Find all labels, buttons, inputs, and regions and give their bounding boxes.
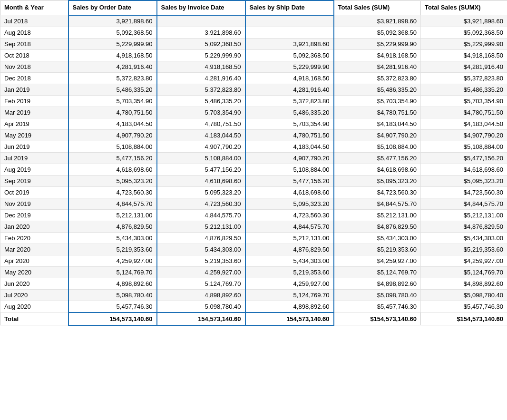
cell-sum: $5,092,368.50 [334,27,421,38]
cell-sumx: $5,434,303.00 [421,232,507,244]
table-row: Nov 20194,844,575.704,723,560.305,095,32… [0,198,507,209]
cell-ship: 4,907,790.20 [245,152,334,164]
cell-invoice: 4,723,560.30 [157,198,245,209]
cell-sum: $5,434,303.00 [334,232,421,244]
cell-ship: 5,477,156.20 [245,175,334,186]
cell-order: 5,212,131.00 [68,209,157,221]
cell-order: 4,907,790.20 [68,129,157,141]
cell-ship: 5,095,323.20 [245,198,334,209]
cell-order: 4,918,168.50 [68,49,157,61]
cell-sum: $4,780,751.50 [334,107,421,118]
table-row: May 20194,907,790.204,183,044.504,780,75… [0,129,507,141]
cell-month: Jul 2019 [0,152,68,164]
cell-sum: $4,618,698.60 [334,164,421,175]
cell-month: Mar 2020 [0,244,68,255]
cell-month: May 2019 [0,129,68,141]
cell-invoice: 5,092,368.50 [157,38,245,49]
table-row: Jan 20195,486,335.205,372,823.804,281,91… [0,84,507,95]
cell-sum: $4,259,927.00 [334,255,421,266]
table-row: Aug 20205,457,746.305,098,780.404,898,89… [0,301,507,313]
footer-cell-sumx: $154,573,140.60 [421,313,507,325]
cell-sumx: $5,098,780.40 [421,289,507,301]
cell-sum: $5,098,780.40 [334,289,421,301]
cell-sumx: $4,780,751.50 [421,107,507,118]
cell-month: Jan 2019 [0,84,68,95]
cell-order: 5,477,156.20 [68,152,157,164]
cell-sumx: $5,477,156.20 [421,152,507,164]
table-row: Jul 20183,921,898.60$3,921,898.60$3,921,… [0,15,507,27]
cell-ship: 5,124,769.70 [245,289,334,301]
cell-month: Oct 2018 [0,49,68,61]
cell-invoice: 4,183,044.50 [157,129,245,141]
cell-sumx: $4,918,168.50 [421,49,507,61]
cell-ship: 5,092,368.50 [245,49,334,61]
cell-order: 5,486,335.20 [68,84,157,95]
cell-invoice: 5,098,780.40 [157,301,245,313]
cell-ship: 3,921,898.60 [245,38,334,49]
column-header-order: Sales by Order Date [68,0,157,15]
cell-sumx: $4,907,790.20 [421,129,507,141]
cell-sum: $5,477,156.20 [334,152,421,164]
cell-ship: 4,618,698.60 [245,186,334,198]
sales-table-container: Month & YearSales by Order DateSales by … [0,0,507,326]
table-row: May 20205,124,769.704,259,927.005,219,35… [0,266,507,278]
cell-ship: 5,229,999.90 [245,61,334,72]
cell-month: Sep 2018 [0,38,68,49]
cell-sum: $5,703,354.90 [334,95,421,107]
cell-ship: 5,108,884.00 [245,164,334,175]
cell-sumx: $5,124,769.70 [421,266,507,278]
table-row: Apr 20204,259,927.005,219,353.605,434,30… [0,255,507,266]
cell-sumx: $5,108,884.00 [421,141,507,152]
cell-month: Apr 2019 [0,118,68,129]
cell-order: 4,844,575.70 [68,198,157,209]
cell-order: 5,092,368.50 [68,27,157,38]
cell-month: Feb 2019 [0,95,68,107]
cell-month: Jun 2020 [0,278,68,289]
cell-order: 3,921,898.60 [68,15,157,27]
cell-invoice: 5,434,303.00 [157,244,245,255]
cell-order: 4,780,751.50 [68,107,157,118]
cell-ship: 4,723,560.30 [245,209,334,221]
table-row: Jul 20195,477,156.205,108,884.004,907,79… [0,152,507,164]
cell-sumx: $5,095,323.20 [421,175,507,186]
footer-cell-invoice: 154,573,140.60 [157,313,245,325]
table-row: Feb 20195,703,354.905,486,335.205,372,82… [0,95,507,107]
cell-ship: 5,372,823.80 [245,95,334,107]
cell-ship: 5,486,335.20 [245,107,334,118]
table-row: Jan 20204,876,829.505,212,131.004,844,57… [0,221,507,232]
table-row: Aug 20185,092,368.503,921,898.60$5,092,3… [0,27,507,38]
cell-month: Dec 2019 [0,209,68,221]
table-row: Sep 20185,229,999.905,092,368.503,921,89… [0,38,507,49]
cell-sum: $4,918,168.50 [334,49,421,61]
column-header-ship: Sales by Ship Date [245,0,334,15]
cell-invoice: 5,229,999.90 [157,49,245,61]
cell-ship: 4,918,168.50 [245,72,334,84]
cell-order: 4,281,916.40 [68,61,157,72]
cell-invoice: 4,618,698.60 [157,175,245,186]
cell-ship: 4,844,575.70 [245,221,334,232]
cell-ship: 5,219,353.60 [245,266,334,278]
cell-order: 5,219,353.60 [68,244,157,255]
cell-month: Aug 2020 [0,301,68,313]
cell-invoice: 5,372,823.80 [157,84,245,95]
cell-sum: $5,095,323.20 [334,175,421,186]
cell-sum: $5,108,884.00 [334,141,421,152]
cell-invoice [157,15,245,27]
table-row: Feb 20205,434,303.004,876,829.505,212,13… [0,232,507,244]
table-footer-row: Total154,573,140.60154,573,140.60154,573… [0,313,507,325]
cell-order: 4,723,560.30 [68,186,157,198]
cell-invoice: 4,918,168.50 [157,61,245,72]
cell-invoice: 5,212,131.00 [157,221,245,232]
cell-invoice: 5,477,156.20 [157,164,245,175]
column-header-sumx: Total Sales (SUMX) [421,0,507,15]
cell-sumx: $5,212,131.00 [421,209,507,221]
cell-ship: 5,212,131.00 [245,232,334,244]
table-row: Dec 20185,372,823.804,281,916.404,918,16… [0,72,507,84]
table-row: Dec 20195,212,131.004,844,575.704,723,56… [0,209,507,221]
cell-ship [245,15,334,27]
table-row: Aug 20194,618,698.605,477,156.205,108,88… [0,164,507,175]
cell-sumx: $4,259,927.00 [421,255,507,266]
table-row: Sep 20195,095,323.204,618,698.605,477,15… [0,175,507,186]
table-row: Mar 20194,780,751.505,703,354.905,486,33… [0,107,507,118]
table-row: Jun 20204,898,892.605,124,769.704,259,92… [0,278,507,289]
